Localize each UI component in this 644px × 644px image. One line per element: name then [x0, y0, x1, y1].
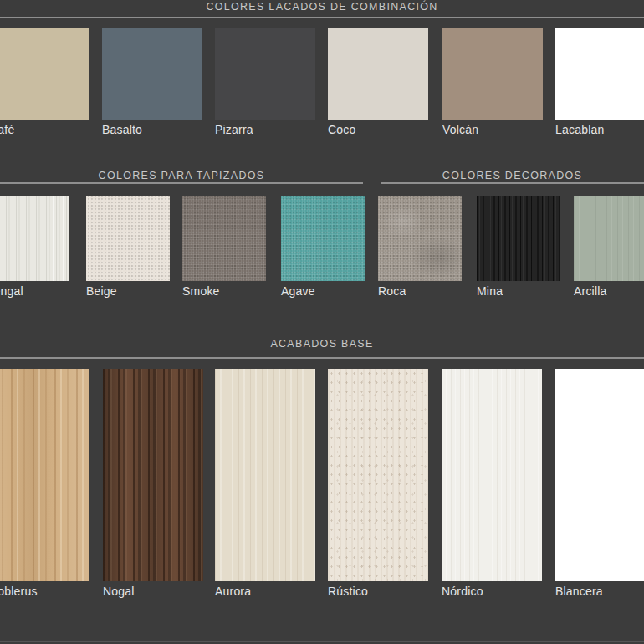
divider-top: [0, 17, 644, 18]
swatch-roblerus-label: Roblerus: [0, 585, 89, 598]
swatch-roblerus-tile: [0, 369, 89, 581]
swatch-agave-label: Agave: [281, 284, 365, 298]
swatch-rustico: Rústico: [328, 369, 428, 598]
swatch-arcilla-label: Arcilla: [574, 284, 644, 298]
swatch-rustico-tile: [328, 369, 428, 581]
swatch-roca-tile: [378, 196, 462, 281]
swatch-cafe-label: Café: [0, 123, 89, 136]
swatch-smoke-tile: [182, 196, 266, 281]
swatch-beige: Beige: [86, 196, 170, 298]
divider-decorados: [381, 182, 644, 184]
swatch-basalto-tile: [102, 28, 202, 120]
swatch-aurora-tile: [215, 369, 315, 581]
swatch-mina: Mina: [477, 196, 560, 298]
swatch-blancera-tile: [555, 369, 644, 581]
swatch-volcan-tile: [442, 28, 543, 120]
swatch-lacablan-label: Lacablan: [555, 123, 644, 136]
swatch-agave-tile: [281, 196, 365, 281]
swatch-pizarra-label: Pizarra: [215, 123, 315, 136]
swatch-agave: Agave: [281, 196, 365, 298]
swatch-smoke: Smoke: [182, 196, 266, 298]
section-title-lacados: COLORES LACADOS DE COMBINACIÓN: [0, 1, 644, 13]
swatch-blancera: Blancera: [555, 369, 644, 598]
swatch-rustico-label: Rústico: [328, 585, 428, 598]
swatch-nordico-label: Nórdico: [442, 585, 542, 598]
swatch-coco: Coco: [328, 28, 428, 136]
swatch-bengal-tile: [0, 196, 69, 281]
section-title-decorados: COLORES DECORADOS: [381, 170, 644, 181]
swatch-mina-tile: [477, 196, 560, 281]
section-title-acabados: ACABADOS BASE: [0, 338, 644, 350]
swatch-pizarra-tile: [215, 28, 315, 120]
swatch-aurora-label: Aurora: [215, 585, 315, 598]
swatch-roca-label: Roca: [378, 284, 462, 298]
swatch-coco-tile: [328, 28, 428, 120]
swatch-cafe-tile: [0, 28, 89, 120]
divider-acabados: [0, 357, 644, 359]
swatch-pizarra: Pizarra: [215, 28, 315, 136]
swatch-lacablan: Lacablan: [555, 28, 644, 136]
swatch-nogal: Nogal: [103, 369, 203, 598]
swatch-roblerus: Roblerus: [0, 369, 89, 598]
swatch-aurora: Aurora: [215, 369, 315, 598]
divider-tapizados: [0, 182, 363, 184]
swatch-roca: Roca: [378, 196, 462, 298]
swatch-nordico-tile: [442, 369, 542, 581]
swatch-beige-tile: [86, 196, 170, 281]
swatch-cafe: Café: [0, 28, 89, 136]
swatch-mina-label: Mina: [477, 284, 560, 298]
swatch-arcilla: Arcilla: [574, 196, 644, 298]
swatch-arcilla-tile: [574, 196, 644, 281]
swatch-nordico: Nórdico: [442, 369, 542, 598]
swatch-lacablan-tile: [555, 28, 644, 120]
swatch-volcan: Volcán: [442, 28, 543, 136]
swatch-blancera-label: Blancera: [555, 585, 644, 598]
swatch-basalto-label: Basalto: [102, 123, 202, 136]
swatch-basalto: Basalto: [102, 28, 202, 136]
swatch-bengal: Bengal: [0, 196, 69, 298]
swatch-bengal-label: Bengal: [0, 284, 69, 298]
swatch-nogal-tile: [103, 369, 203, 581]
swatch-coco-label: Coco: [328, 123, 428, 136]
swatch-beige-label: Beige: [86, 284, 170, 298]
divider-bottom: [0, 641, 644, 642]
swatch-nogal-label: Nogal: [103, 585, 203, 598]
swatch-volcan-label: Volcán: [442, 123, 543, 136]
section-title-tapizados: COLORES PARA TAPIZADOS: [0, 170, 363, 181]
swatch-smoke-label: Smoke: [182, 284, 266, 298]
